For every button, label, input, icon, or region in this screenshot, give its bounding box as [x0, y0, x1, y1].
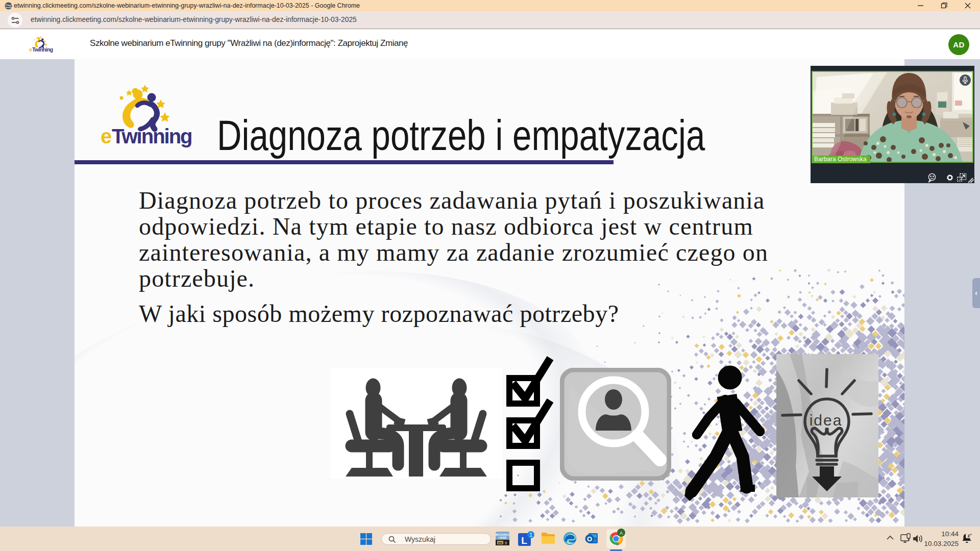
svg-text:Twinning: Twinning [112, 125, 192, 147]
svg-text:Twinning: Twinning [32, 47, 53, 53]
svg-text:O: O [587, 535, 592, 543]
svg-text:L: L [521, 535, 527, 546]
svg-text:A: A [620, 531, 623, 536]
svg-text:MB: MB [498, 541, 503, 544]
svg-text:1: 1 [529, 532, 532, 538]
svg-text:e: e [101, 125, 111, 147]
svg-text:e: e [29, 47, 32, 53]
svg-text:5: 5 [505, 541, 507, 545]
svg-text:z: z [970, 533, 972, 536]
svg-text:idea: idea [810, 412, 843, 429]
svg-text:I DZIŚ: I DZIŚ [499, 536, 507, 539]
